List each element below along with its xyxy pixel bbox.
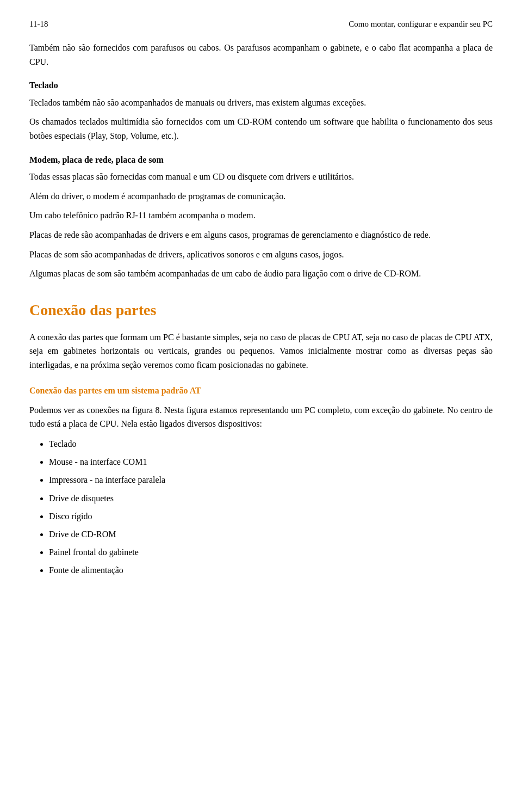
teclado-p2: Os chamados teclados multimídia são forn…	[29, 115, 493, 143]
modem-p5: Placas de som são acompanhadas de driver…	[29, 248, 493, 262]
list-item: Drive de CD-ROM	[49, 527, 493, 542]
list-item: Drive de disquetes	[49, 491, 493, 506]
conexao-at-p1: Podemos ver as conexões na figura 8. Nes…	[29, 403, 493, 431]
modem-p1: Todas essas placas são fornecidas com ma…	[29, 170, 493, 184]
modem-p6: Algumas placas de som são também acompan…	[29, 267, 493, 281]
header-title: Como montar, configurar e expandir seu P…	[349, 20, 493, 29]
modem-p3: Um cabo telefônico padrão RJ-11 também a…	[29, 208, 493, 223]
modem-p4: Placas de rede são acompanhadas de drive…	[29, 228, 493, 242]
list-item: Disco rígido	[49, 509, 493, 524]
list-item: Teclado	[49, 436, 493, 451]
main-content: Também não são fornecidos com parafusos …	[29, 41, 493, 578]
list-item: Painel frontal do gabinete	[49, 545, 493, 559]
modem-heading: Modem, placa de rede, placa de som	[29, 153, 493, 167]
teclado-p1: Teclados também não são acompanhados de …	[29, 96, 493, 110]
list-item: Mouse - na interface COM1	[49, 454, 493, 469]
page: 11-18 Como montar, configurar e expandir…	[0, 0, 522, 812]
list-item: Fonte de alimentação	[49, 563, 493, 577]
page-header: 11-18 Como montar, configurar e expandir…	[29, 20, 493, 29]
list-item: Impressora - na interface paralela	[49, 472, 493, 487]
header-page-number: 11-18	[29, 20, 48, 29]
conexao-heading: Conexão das partes	[29, 298, 493, 323]
conexao-p1: A conexão das partes que formam um PC é …	[29, 330, 493, 372]
conexao-at-heading: Conexão das partes em um sistema padrão …	[29, 384, 493, 398]
device-list: TecladoMouse - na interface COM1Impresso…	[49, 436, 493, 578]
modem-p2: Além do driver, o modem é acompanhado de…	[29, 189, 493, 204]
teclado-heading: Teclado	[29, 78, 493, 93]
intro-paragraph: Também não são fornecidos com parafusos …	[29, 41, 493, 69]
